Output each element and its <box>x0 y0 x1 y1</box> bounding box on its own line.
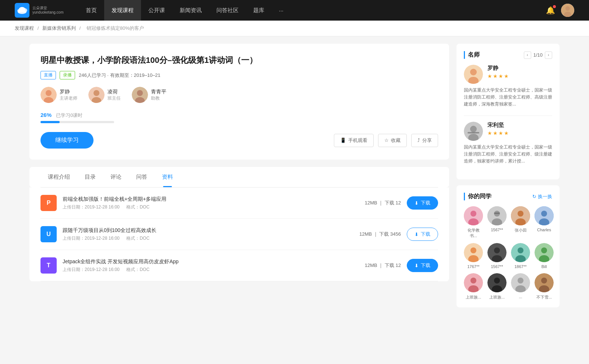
classmate-10: ... <box>511 273 530 300</box>
classmate-name-8: 上班族... <box>466 295 481 300</box>
nav-more[interactable]: ··· <box>272 0 291 21</box>
resource-stats-1: 12MB ｜ 下载 3456 <box>359 231 401 238</box>
classmate-4: 1767** <box>464 243 483 269</box>
course-title: 明星中教授课，小学阶段语法100分–强化级第1讲动词（一） <box>40 55 438 66</box>
breadcrumb-current: 销冠修炼术搞定80%的客户 <box>87 25 144 31</box>
classmate-name-1: 1567** <box>491 228 503 232</box>
classmate-9: 上班族... <box>487 273 507 300</box>
resource-meta-2: 上传日期：2019-12-28 16:00 格式：DOC <box>63 267 359 273</box>
classmate-avatar-6[interactable] <box>511 243 530 262</box>
classmate-avatar-1[interactable] <box>487 206 507 225</box>
resource-item-1: U 跟随千万级项目从0到100全过程高效成长 上传日期：2019-12-28 1… <box>40 219 438 250</box>
side-teacher-info-1: 罗静 ★ ★ ★ ★ <box>487 65 509 79</box>
side-teacher-info-2: 宋利坚 ★ ★ ★ ★ <box>487 122 509 136</box>
tab-intro[interactable]: 课程介绍 <box>40 167 77 187</box>
nav-qa[interactable]: 问答社区 <box>209 0 246 21</box>
classmate-avatar-0[interactable] <box>464 206 483 225</box>
side-teacher-avatar-1 <box>464 65 483 84</box>
resource-stats-0: 12MB ｜ 下载 12 <box>365 200 401 206</box>
classmate-avatar-9[interactable] <box>487 273 507 292</box>
teacher-role-3: 助教 <box>151 95 166 101</box>
classmate-name-2: 张小田 <box>515 228 527 233</box>
download-button-1[interactable]: ⬇ 下载 <box>407 228 438 241</box>
phone-watch-button[interactable]: 📱 手机观看 <box>334 134 374 147</box>
phone-icon: 📱 <box>340 138 346 143</box>
bell-icon[interactable]: 🔔 <box>546 6 555 15</box>
tab-resources[interactable]: 资料 <box>155 167 180 187</box>
nav-discover[interactable]: 发现课程 <box>104 0 141 21</box>
nav-public[interactable]: 公开课 <box>141 0 172 21</box>
share-button[interactable]: ⤴ 分享 <box>411 134 438 147</box>
nav-home[interactable]: 首页 <box>78 0 104 21</box>
resource-info-2: Jetpack全组件实战 开发短视频应用高仿皮皮虾App 上传日期：2019-1… <box>63 258 359 273</box>
nav-questions[interactable]: 题库 <box>246 0 272 21</box>
navbar: 云朵课堂 yunduoketang.com 首页 发现课程 公开课 新闻资讯 问… <box>0 0 589 21</box>
progress-sub: 已学习0课时 <box>56 113 82 118</box>
classmate-1: 1567** <box>487 206 507 239</box>
progress-bar-bg <box>40 121 114 123</box>
classmate-avatar-7[interactable] <box>535 243 554 262</box>
teachers-next-button[interactable]: › <box>545 51 552 59</box>
svg-point-34 <box>541 211 547 217</box>
download-icon-0: ⬇ <box>415 200 419 206</box>
teacher-role-2: 班主任 <box>107 95 121 101</box>
teachers-prev-button[interactable]: ‹ <box>524 51 531 59</box>
svg-point-43 <box>518 247 523 253</box>
download-button-0[interactable]: ⬇ 下载 <box>407 196 438 210</box>
svg-point-58 <box>541 278 547 283</box>
classmate-avatar-10[interactable] <box>511 273 530 292</box>
download-button-2[interactable]: ⬇ 下载 <box>407 259 438 272</box>
collect-button[interactable]: ☆ 收藏 <box>378 134 407 147</box>
svg-point-52 <box>494 278 500 283</box>
left-panel: 明星中教授课，小学阶段语法100分–强化级第1讲动词（一） 直播 录播 246人… <box>29 44 449 313</box>
breadcrumb-link-2[interactable]: 新媒体营销系列 <box>42 25 76 31</box>
classmates-card: 你的同学 ↻ 换一换 化学教书... 156 <box>456 185 560 307</box>
nav-items: 首页 发现课程 公开课 新闻资讯 问答社区 题库 ··· <box>78 0 546 21</box>
action-buttons: 📱 手机观看 ☆ 收藏 ⤴ 分享 <box>334 134 438 147</box>
teacher-avatar-3 <box>132 87 148 103</box>
classmate-name-4: 1767** <box>467 264 479 269</box>
classmate-8: 上班族... <box>464 273 483 300</box>
classmate-avatar-8[interactable] <box>464 273 483 292</box>
nav-news[interactable]: 新闻资讯 <box>172 0 209 21</box>
classmate-avatar-11[interactable] <box>535 273 554 292</box>
teacher-avatar-2 <box>88 87 105 103</box>
classmate-avatar-2[interactable] <box>511 206 530 225</box>
teachers: 罗静 主讲老师 凌荷 班主任 <box>40 87 438 103</box>
classmate-name-9: 上班族... <box>489 295 505 300</box>
svg-point-8 <box>46 90 52 96</box>
teacher-name-1: 罗静 <box>60 89 77 95</box>
refresh-button[interactable]: ↻ 换一换 <box>532 193 552 200</box>
user-avatar-nav[interactable] <box>561 4 574 17</box>
tab-qa[interactable]: 问答 <box>129 167 155 187</box>
course-meta-text: 246人已学习 · 有效期至：2019–10–21 <box>79 72 161 79</box>
classmate-avatar-3[interactable] <box>535 206 554 225</box>
progress-section: 26% 已学习0课时 <box>40 112 438 123</box>
tab-catalog[interactable]: 目录 <box>77 167 103 187</box>
main-content: 明星中教授课，小学阶段语法100分–强化级第1讲动词（一） 直播 录播 246人… <box>15 36 574 321</box>
badge-live: 直播 <box>40 71 56 79</box>
classmate-avatar-5[interactable] <box>487 243 507 262</box>
tab-review[interactable]: 评论 <box>103 167 129 187</box>
logo-text: 云朵课堂 yunduoketang.com <box>32 6 64 15</box>
share-icon: ⤴ <box>417 138 420 143</box>
side-teacher-stars-1: ★ ★ ★ ★ <box>487 73 509 79</box>
resource-icon-0: P <box>40 195 57 211</box>
continue-button[interactable]: 继续学习 <box>40 132 94 149</box>
teacher-2: 凌荷 班主任 <box>88 87 121 103</box>
svg-point-14 <box>137 90 143 96</box>
teacher-info-2: 凌荷 班主任 <box>107 89 121 101</box>
logo-icon <box>15 3 29 18</box>
logo[interactable]: 云朵课堂 yunduoketang.com <box>15 3 64 18</box>
classmate-7: Bill <box>535 243 554 269</box>
classmate-avatar-4[interactable] <box>464 243 483 262</box>
classmate-name-11: 不下雪... <box>536 295 552 300</box>
nav-right: 🔔 <box>546 4 574 17</box>
tabs-card: 课程介绍 目录 评论 问答 资料 <box>29 167 449 188</box>
download-icon-2: ⬇ <box>415 263 419 268</box>
classmate-name-7: Bill <box>542 264 547 269</box>
svg-rect-29 <box>494 213 500 214</box>
breadcrumb-link-1[interactable]: 发现课程 <box>15 25 34 31</box>
resource-stats-2: 12MB ｜ 下载 12 <box>365 262 401 269</box>
classmates-header: 你的同学 ↻ 换一换 <box>464 193 552 200</box>
